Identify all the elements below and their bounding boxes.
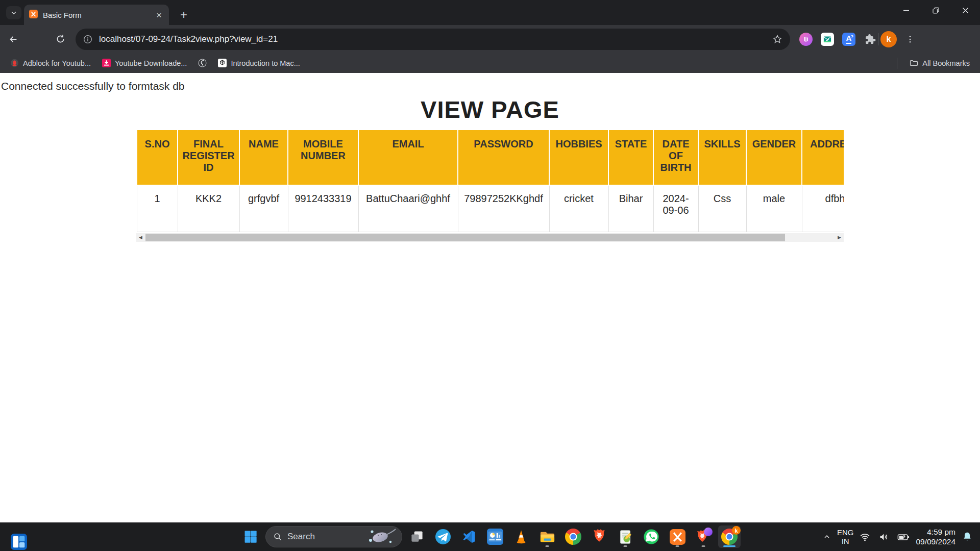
whatsapp-icon xyxy=(643,529,659,545)
column-header: PASSWORD xyxy=(458,130,549,185)
chrome-taskbar-button[interactable] xyxy=(562,525,584,548)
search-highlight-stingray-image[interactable] xyxy=(367,528,399,546)
dashboard-app-icon xyxy=(487,529,503,545)
column-header: HOBBIES xyxy=(549,130,608,185)
taskbar-search-box[interactable]: Search xyxy=(265,526,402,547)
window-minimize-button[interactable] xyxy=(891,0,921,20)
dashboard-app-taskbar-button[interactable] xyxy=(484,525,506,548)
language-indicator[interactable]: ENG IN xyxy=(837,528,854,546)
battery-charging-icon xyxy=(897,532,910,542)
back-arrow-icon xyxy=(8,34,19,45)
tab-search-button[interactable] xyxy=(6,6,21,19)
column-header: STATE xyxy=(608,130,653,185)
browser-tab[interactable]: Basic Form × xyxy=(24,5,169,25)
bookmark-item[interactable]: Introduction to Mac... xyxy=(214,57,304,69)
widgets-icon xyxy=(11,534,27,550)
tab-close-icon[interactable]: × xyxy=(154,9,164,21)
task-view-taskbar-button[interactable] xyxy=(406,525,428,548)
taskbar: Search k ENG IN 4:59 pm xyxy=(0,522,980,551)
bookmark-label: Adblock for Youtub... xyxy=(23,59,91,67)
browser-titlebar: Basic Form × + xyxy=(0,0,980,25)
tray-show-hidden-button[interactable] xyxy=(821,531,833,543)
table-cell: male xyxy=(746,185,802,232)
vlc-taskbar-button[interactable] xyxy=(510,525,532,548)
db-status-text: Connected successfully to formtask db xyxy=(1,80,980,92)
clock-date: 09/09/2024 xyxy=(916,537,955,546)
back-button[interactable] xyxy=(3,29,23,49)
table-cell: dfbh xyxy=(802,185,844,232)
column-header: NAME xyxy=(239,130,288,185)
records-table: S.NOFINAL REGISTER IDNAMEMOBILE NUMBEREM… xyxy=(136,129,844,232)
brave-icon xyxy=(592,529,607,545)
profile-avatar[interactable]: k xyxy=(880,31,897,47)
url-text[interactable]: localhost/07-09-24/Task2view.php?view_id… xyxy=(99,34,766,44)
column-header: SKILLS xyxy=(698,130,746,185)
table-row: 1KKK2grfgvbf9912433319BattuChaari@ghhf79… xyxy=(137,185,844,232)
site-info-icon[interactable] xyxy=(83,34,93,44)
task-view-icon xyxy=(409,529,425,544)
tab-title: Basic Form xyxy=(43,11,149,19)
page-title: VIEW PAGE xyxy=(0,95,980,123)
widgets-button[interactable] xyxy=(9,532,29,551)
search-placeholder: Search xyxy=(287,532,362,542)
reload-button[interactable] xyxy=(50,29,70,49)
column-header: GENDER xyxy=(746,130,802,185)
window-close-button[interactable] xyxy=(950,0,980,20)
whatsapp-taskbar-button[interactable] xyxy=(640,525,663,548)
bookmark-star-icon[interactable] xyxy=(772,34,783,45)
bookmarks-divider xyxy=(897,58,897,69)
notepad-plus-taskbar-button[interactable] xyxy=(614,525,636,548)
bookmark-item[interactable]: Youtube Downloade... xyxy=(98,57,191,69)
xampp-taskbar-button[interactable] xyxy=(666,525,689,548)
table-cell: KKK2 xyxy=(178,185,239,232)
extensions-area: A? xyxy=(799,33,876,46)
file-explorer-taskbar-button[interactable] xyxy=(536,525,558,548)
volume-button[interactable] xyxy=(876,530,891,544)
translate-extension-icon[interactable]: A? xyxy=(842,33,855,46)
table-cell: 1 xyxy=(137,185,178,232)
telegram-taskbar-button[interactable] xyxy=(432,525,454,548)
forward-button[interactable] xyxy=(27,29,47,49)
running-app-indicator xyxy=(624,545,627,547)
scroll-right-arrow[interactable]: ► xyxy=(835,233,844,242)
clock[interactable]: 4:59 pm 09/09/2024 xyxy=(916,527,955,547)
extensions-puzzle-icon[interactable] xyxy=(864,33,876,45)
address-bar[interactable]: localhost/07-09-24/Task2view.php?view_id… xyxy=(76,29,790,50)
all-bookmarks-button[interactable]: All Bookmarks xyxy=(905,57,974,69)
browser-menu-button[interactable] xyxy=(900,29,920,49)
openai-icon xyxy=(218,59,227,67)
vscode-taskbar-button[interactable] xyxy=(458,525,480,548)
toolbar-divider xyxy=(878,33,878,45)
bookmarks-bar: Adblock for Youtub...Youtube Downloade..… xyxy=(0,53,980,73)
column-header: MOBILE NUMBER xyxy=(288,130,358,185)
bookmark-item[interactable] xyxy=(194,57,211,69)
mail-extension-icon[interactable] xyxy=(821,33,834,46)
brave-profile-taskbar-button[interactable] xyxy=(692,525,715,548)
scroll-left-arrow[interactable]: ◄ xyxy=(136,233,145,242)
web-page: Connected successfully to formtask db VI… xyxy=(0,73,980,522)
file-explorer-icon xyxy=(539,529,556,545)
active-app-indicator xyxy=(723,545,736,547)
new-tab-button[interactable]: + xyxy=(176,8,191,22)
scrollbar-thumb[interactable] xyxy=(145,234,785,241)
notifications-button[interactable] xyxy=(960,529,975,544)
chrome-profile-taskbar-button[interactable]: k xyxy=(718,525,741,548)
horizontal-scrollbar[interactable]: ◄ ► xyxy=(136,233,844,242)
battery-button[interactable] xyxy=(895,530,912,544)
chevron-up-icon xyxy=(823,533,831,541)
adblock-icon xyxy=(10,59,19,67)
browser-toolbar: localhost/07-09-24/Task2view.php?view_id… xyxy=(0,25,980,53)
xampp-icon xyxy=(670,529,685,545)
vscode-icon xyxy=(461,529,477,544)
padlet-extension-icon[interactable] xyxy=(799,33,813,46)
window-restore-button[interactable] xyxy=(921,0,950,20)
speaker-icon xyxy=(878,532,889,542)
start-button[interactable] xyxy=(239,525,262,548)
column-header: S.NO xyxy=(137,130,178,185)
globe-icon xyxy=(198,59,207,67)
wifi-button[interactable] xyxy=(857,530,872,544)
brave-taskbar-button[interactable] xyxy=(588,525,610,548)
bookmark-item[interactable]: Adblock for Youtub... xyxy=(6,57,95,69)
profile-badge: k xyxy=(732,526,741,535)
bookmark-label: Youtube Downloade... xyxy=(115,59,187,67)
